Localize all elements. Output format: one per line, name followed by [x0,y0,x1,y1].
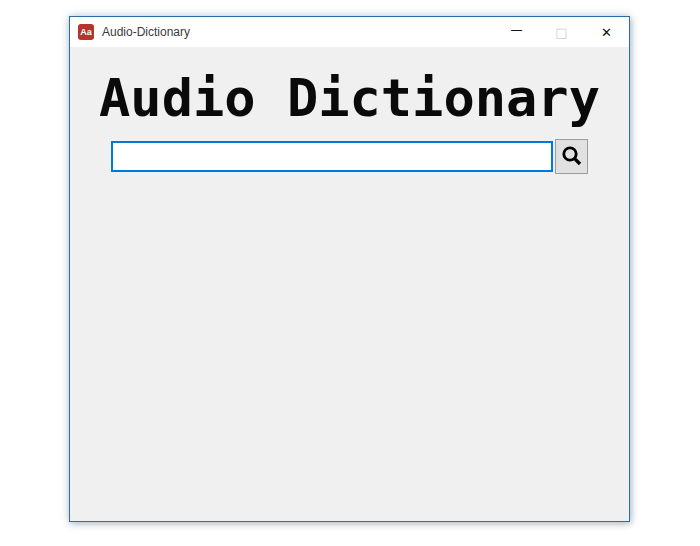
page-title: Audio Dictionary [99,69,600,129]
search-button[interactable] [555,139,588,174]
search-input[interactable] [111,141,553,172]
maximize-icon: □ [555,25,567,40]
app-window: Aa Audio-Dictionary — □ ✕ Audio Dictiona… [69,16,630,522]
app-icon: Aa [78,24,94,40]
maximize-button: □ [539,17,584,47]
minimize-button[interactable]: — [494,17,539,47]
title-bar: Aa Audio-Dictionary — □ ✕ [70,17,629,47]
window-title: Audio-Dictionary [102,25,190,39]
magnifier-icon [560,144,584,168]
close-button[interactable]: ✕ [584,17,629,47]
minimize-icon: — [511,23,523,37]
search-bar [111,139,588,174]
close-icon: ✕ [601,25,612,40]
window-controls: — □ ✕ [494,17,629,47]
main-content: Audio Dictionary [70,47,629,521]
